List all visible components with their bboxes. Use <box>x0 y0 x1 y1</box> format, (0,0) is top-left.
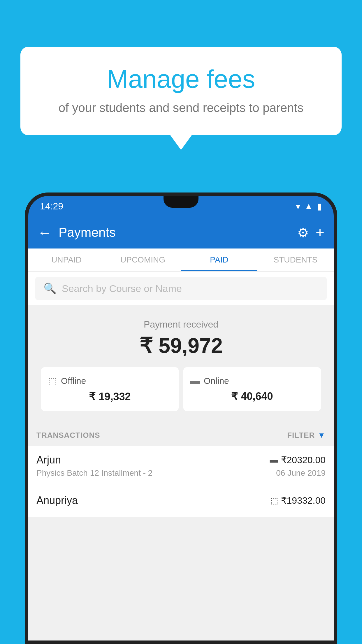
tab-unpaid[interactable]: UNPAID <box>28 249 105 271</box>
payment-summary: Payment received ₹ 59,972 ⬚ Offline ₹ 19… <box>28 305 334 425</box>
phone-frame: 14:29 ▾ ▲ ▮ ← Payments ⚙ + UNPAID UPCOMI… <box>25 192 337 644</box>
battery-icon: ▮ <box>317 201 322 211</box>
status-icons: ▾ ▲ ▮ <box>296 201 322 211</box>
payment-total-amount: ₹ 59,972 <box>35 333 327 358</box>
speech-bubble: Manage fees of your students and send re… <box>20 47 342 135</box>
wifi-icon: ▾ <box>296 201 300 211</box>
notch <box>164 196 198 208</box>
tab-upcoming[interactable]: UPCOMING <box>105 249 181 271</box>
tabs-bar: UNPAID UPCOMING PAID STUDENTS <box>28 249 334 272</box>
signal-icon: ▲ <box>304 201 313 211</box>
add-icon[interactable]: + <box>316 224 324 241</box>
search-input[interactable]: Search by Course or Name <box>62 283 182 294</box>
transaction-bottom: Physics Batch 12 Installment - 2 06 June… <box>36 468 326 478</box>
transaction-amount: ₹20320.00 <box>281 454 326 466</box>
payment-cards: ⬚ Offline ₹ 19,332 ▬ Online ₹ 40,640 <box>35 367 327 418</box>
online-label: Online <box>204 376 229 386</box>
filter-label: FILTER <box>287 431 315 440</box>
status-time: 14:29 <box>40 201 63 212</box>
offline-amount: ₹ 19,332 <box>48 391 172 403</box>
table-row[interactable]: Anupriya ⬚ ₹19332.00 <box>28 486 334 517</box>
transaction-top: Arjun ▬ ₹20320.00 <box>36 454 326 466</box>
transaction-date: 06 June 2019 <box>276 468 326 478</box>
transaction-top: Anupriya ⬚ ₹19332.00 <box>36 494 326 507</box>
transaction-type-icon: ⬚ <box>270 496 278 505</box>
transaction-name: Anupriya <box>36 494 78 507</box>
tab-paid[interactable]: PAID <box>181 249 257 271</box>
search-icon: 🔍 <box>43 282 57 295</box>
online-card-header: ▬ Online <box>190 375 314 386</box>
online-icon: ▬ <box>190 375 200 386</box>
offline-icon: ⬚ <box>48 375 57 386</box>
tab-students[interactable]: STUDENTS <box>257 249 334 271</box>
speech-bubble-title: Manage fees <box>35 64 327 94</box>
online-card: ▬ Online ₹ 40,640 <box>183 367 321 411</box>
transaction-amount-container: ⬚ ₹19332.00 <box>270 495 326 506</box>
payment-received-label: Payment received <box>35 319 327 330</box>
transactions-label: TRANSACTIONS <box>36 431 100 440</box>
search-bar[interactable]: 🔍 Search by Course or Name <box>35 277 327 300</box>
offline-card: ⬚ Offline ₹ 19,332 <box>41 367 179 411</box>
transaction-list: Arjun ▬ ₹20320.00 Physics Batch 12 Insta… <box>28 446 334 517</box>
offline-card-header: ⬚ Offline <box>48 375 172 386</box>
settings-icon[interactable]: ⚙ <box>297 225 309 240</box>
transactions-header: TRANSACTIONS FILTER ▼ <box>28 425 334 446</box>
app-bar-title: Payments <box>59 225 290 240</box>
table-row[interactable]: Arjun ▬ ₹20320.00 Physics Batch 12 Insta… <box>28 446 334 486</box>
background: Manage fees of your students and send re… <box>0 0 362 644</box>
filter-button[interactable]: FILTER ▼ <box>287 431 326 440</box>
transaction-name: Arjun <box>36 454 61 466</box>
filter-icon: ▼ <box>318 431 326 440</box>
transaction-type-icon: ▬ <box>270 455 278 465</box>
search-container: 🔍 Search by Course or Name <box>28 272 334 305</box>
app-bar: ← Payments ⚙ + <box>28 216 334 249</box>
online-amount: ₹ 40,640 <box>190 390 314 402</box>
content-area: 🔍 Search by Course or Name Payment recei… <box>28 272 334 640</box>
transaction-amount-container: ▬ ₹20320.00 <box>270 454 326 466</box>
transaction-amount: ₹19332.00 <box>281 495 326 506</box>
transaction-course: Physics Batch 12 Installment - 2 <box>36 468 152 478</box>
speech-bubble-subtitle: of your students and send receipts to pa… <box>35 101 327 115</box>
back-button[interactable]: ← <box>38 225 52 241</box>
offline-label: Offline <box>61 376 86 386</box>
status-bar: 14:29 ▾ ▲ ▮ <box>28 196 334 216</box>
